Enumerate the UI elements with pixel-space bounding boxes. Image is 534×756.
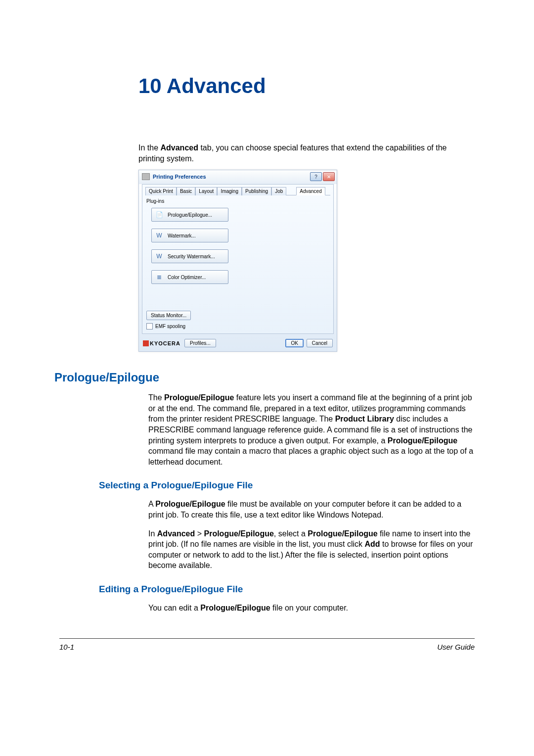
intro-bold: Advanced [160,143,198,152]
cancel-button[interactable]: Cancel [307,339,333,347]
tab-layout[interactable]: Layout [195,187,217,195]
dialog-screenshot: Printing Preferences ? ✕ Quick Print Bas… [138,170,485,352]
dialog-footer: KYOCERA Profiles... OK Cancel [139,337,337,351]
intro-pre: In the [138,143,160,152]
emf-spooling-row[interactable]: EMF spooling [146,323,330,330]
tab-spacer [286,187,296,195]
tab-publishing[interactable]: Publishing [242,187,271,195]
plugin-label: Security Watermark... [168,254,215,259]
watermark-icon: W [155,231,164,240]
page-number: 10-1 [59,643,74,651]
kyocera-logo-text: KYOCERA [150,340,180,346]
printer-icon [142,173,150,180]
heading-selecting-file: Selecting a Prologue/Epilogue File [99,480,485,491]
close-button[interactable]: ✕ [323,172,335,181]
page-footer: 10-1 User Guide [49,643,485,651]
dialog-body: Quick Print Basic Layout Imaging Publish… [142,184,334,334]
help-button[interactable]: ? [310,172,322,181]
checkbox-icon[interactable] [146,323,153,330]
dialog-titlebar: Printing Preferences ? ✕ [139,170,337,184]
tab-strip: Quick Print Basic Layout Imaging Publish… [145,187,330,195]
tab-advanced[interactable]: Advanced [296,187,325,195]
color-optimizer-button[interactable]: ≣ Color Optimizer... [151,270,228,284]
heading-editing-file: Editing a Prologue/Epilogue File [99,584,485,595]
security-watermark-button[interactable]: W Security Watermark... [151,249,228,263]
document-icon: 📄 [155,210,164,219]
plugin-label: Prologue/Epilogue... [168,212,212,218]
printing-preferences-dialog: Printing Preferences ? ✕ Quick Print Bas… [138,170,337,352]
status-monitor-button[interactable]: Status Monitor... [146,311,191,320]
plugin-label: Watermark... [168,233,196,238]
prologue-description: The Prologue/Epilogue feature lets you i… [148,392,475,467]
plugin-label: Color Optimizer... [168,275,206,280]
intro-paragraph: In the Advanced tab, you can choose spec… [138,142,475,164]
chapter-title: 10 Advanced [138,74,485,98]
dialog-title: Printing Preferences [153,174,309,180]
tab-quick-print[interactable]: Quick Print [145,187,177,195]
ok-button[interactable]: OK [285,339,303,347]
selecting-paragraph-2: In Advanced > Prologue/Epilogue, select … [148,528,475,571]
kyocera-logo-icon [143,340,149,346]
tab-basic[interactable]: Basic [177,187,195,195]
tab-job[interactable]: Job [271,187,286,195]
tab-imaging[interactable]: Imaging [217,187,242,195]
color-optimizer-icon: ≣ [155,273,164,282]
editing-paragraph: You can edit a Prologue/Epilogue file on… [148,603,475,614]
watermark-button[interactable]: W Watermark... [151,229,228,242]
security-watermark-icon: W [155,252,164,261]
guide-label: User Guide [437,643,475,651]
profiles-button[interactable]: Profiles... [184,339,216,347]
emf-spooling-label: EMF spooling [155,324,185,329]
prologue-epilogue-button[interactable]: 📄 Prologue/Epilogue... [151,208,228,222]
heading-prologue-epilogue: Prologue/Epilogue [54,371,485,384]
plugins-label: Plug-ins [146,198,330,204]
selecting-paragraph-1: A Prologue/Epilogue file must be availab… [148,499,475,520]
footer-divider [59,638,475,639]
